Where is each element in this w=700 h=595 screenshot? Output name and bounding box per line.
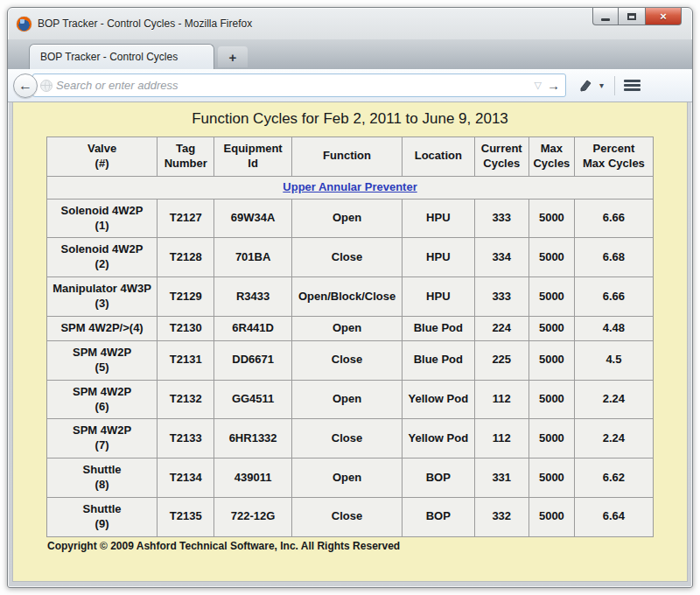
current-cycles-cell: 225 (474, 340, 528, 380)
back-button[interactable]: ← (13, 74, 38, 98)
current-cycles-cell: 112 (474, 380, 528, 419)
minimize-button[interactable] (592, 8, 619, 25)
function-cell: Open (291, 317, 402, 341)
percent-cell: 6.66 (574, 277, 653, 317)
window-title: BOP Tracker - Control Cycles - Mozilla F… (38, 18, 252, 30)
address-input[interactable] (56, 79, 529, 92)
function-cell: Open (291, 199, 402, 238)
plus-icon: + (229, 50, 237, 65)
max-cycles-cell: 5000 (528, 317, 574, 341)
table-row: Solenoid 4W2P (1) T2127 69W34A Open HPU … (47, 199, 654, 238)
max-cycles-cell: 5000 (528, 340, 574, 380)
col-header-function: Function (291, 137, 402, 177)
tag-cell: T2133 (158, 419, 214, 458)
navigation-bar: ← ▽ → ▾ (8, 69, 692, 102)
firefox-icon (17, 17, 32, 32)
location-cell: Yellow Pod (402, 380, 474, 419)
valve-cell: Manipulator 4W3P (3) (47, 277, 158, 317)
current-cycles-cell: 334 (474, 238, 528, 277)
function-cell: Open (291, 380, 402, 419)
equipment-cell: 701BA (214, 238, 292, 277)
tag-cell: T2132 (158, 380, 214, 419)
table-row: SPM 4W2P/>(4) T2130 6R441D Open Blue Pod… (47, 317, 654, 341)
section-link-row: Upper Annular Preventer (47, 176, 654, 199)
globe-icon (40, 80, 52, 92)
tag-cell: T2134 (158, 458, 214, 498)
location-cell: Blue Pod (402, 317, 474, 341)
equipment-cell: 722-12G (214, 498, 292, 537)
tag-cell: T2127 (158, 199, 214, 238)
valve-cell: Solenoid 4W2P (1) (47, 199, 158, 238)
percent-cell: 4.5 (574, 340, 653, 380)
table-row: SPM 4W2P (6) T2132 GG4511 Open Yellow Po… (47, 380, 654, 419)
browser-window: BOP Tracker - Control Cycles - Mozilla F… (7, 7, 693, 588)
equipment-cell: GG4511 (214, 380, 292, 419)
table-row: Manipulator 4W3P (3) T2129 R3433 Open/Bl… (47, 277, 654, 317)
max-cycles-cell: 5000 (528, 380, 574, 419)
valve-cell: SPM 4W2P/>(4) (47, 317, 158, 341)
percent-cell: 2.24 (574, 380, 653, 419)
function-cell: Close (291, 238, 402, 277)
current-cycles-cell: 331 (474, 458, 528, 498)
valve-cell: SPM 4W2P (6) (47, 380, 158, 419)
current-cycles-cell: 332 (474, 498, 528, 537)
bookmarks-button[interactable]: ▾ (578, 79, 604, 93)
maximize-button[interactable] (619, 8, 645, 25)
max-cycles-cell: 5000 (528, 277, 574, 317)
valve-cell: Solenoid 4W2P (2) (47, 238, 158, 277)
valve-cell: SPM 4W2P (5) (47, 340, 158, 380)
page-content: Function Cycles for Feb 2, 2011 to June … (12, 102, 688, 582)
back-icon: ← (18, 78, 32, 94)
toolbar-separator (614, 76, 615, 95)
hamburger-menu-button[interactable] (624, 80, 640, 91)
go-arrow-icon[interactable]: → (547, 78, 560, 93)
maximize-icon (627, 13, 636, 20)
current-cycles-cell: 333 (474, 277, 528, 317)
new-tab-button[interactable]: + (218, 46, 248, 67)
max-cycles-cell: 5000 (528, 419, 574, 458)
valve-cell: Shuttle (9) (47, 498, 158, 537)
tab-bar: BOP Tracker - Control Cycles + (8, 39, 692, 69)
titlebar: BOP Tracker - Control Cycles - Mozilla F… (8, 8, 692, 39)
header-row: Valve (#) Tag Number Equipment Id Functi… (47, 137, 654, 177)
upper-annular-preventer-link[interactable]: Upper Annular Preventer (283, 180, 416, 193)
col-header-equipment-id: Equipment Id (214, 137, 292, 177)
function-cycles-table: Valve (#) Tag Number Equipment Id Functi… (46, 136, 654, 537)
cycles-table-wrap: Valve (#) Tag Number Equipment Id Functi… (46, 136, 654, 552)
percent-cell: 2.24 (574, 419, 653, 458)
percent-cell: 6.68 (574, 238, 653, 277)
percent-cell: 6.66 (574, 199, 653, 238)
table-row: SPM 4W2P (5) T2131 DD6671 Close Blue Pod… (47, 340, 654, 380)
col-header-valve: Valve (#) (47, 137, 158, 177)
table-row: SPM 4W2P (7) T2133 6HR1332 Close Yellow … (47, 419, 654, 458)
close-button[interactable]: × (645, 8, 682, 25)
tag-cell: T2129 (158, 277, 214, 317)
table-row: Shuttle (9) T2135 722-12G Close BOP 332 … (47, 498, 654, 537)
equipment-cell: R3433 (214, 277, 292, 317)
max-cycles-cell: 5000 (528, 199, 574, 238)
current-cycles-cell: 112 (474, 419, 528, 458)
col-header-max-cycles: Max Cycles (528, 137, 574, 177)
location-cell: HPU (402, 238, 474, 277)
current-cycles-cell: 333 (474, 199, 528, 238)
location-cell: Yellow Pod (402, 419, 474, 458)
function-cell: Close (291, 419, 402, 458)
percent-cell: 4.48 (574, 317, 653, 341)
url-dropdown-icon[interactable]: ▽ (535, 80, 542, 91)
col-header-location: Location (402, 137, 474, 177)
table-row: Shuttle (8) T2134 439011 Open BOP 331 50… (47, 458, 654, 498)
address-bar[interactable]: ▽ → (32, 74, 566, 97)
chevron-down-icon: ▾ (599, 80, 604, 90)
function-cell: Close (291, 498, 402, 537)
location-cell: HPU (402, 277, 474, 317)
col-header-percent-max-cycles: Percent Max Cycles (574, 137, 653, 177)
valve-cell: SPM 4W2P (7) (47, 419, 158, 458)
equipment-cell: DD6671 (214, 340, 292, 380)
equipment-cell: 439011 (214, 458, 292, 498)
max-cycles-cell: 5000 (528, 498, 574, 537)
location-cell: HPU (402, 199, 474, 238)
tab-bop-tracker[interactable]: BOP Tracker - Control Cycles (29, 44, 214, 69)
table-row: Solenoid 4W2P (2) T2128 701BA Close HPU … (47, 238, 654, 277)
location-cell: BOP (402, 458, 474, 498)
percent-cell: 6.64 (574, 498, 653, 537)
